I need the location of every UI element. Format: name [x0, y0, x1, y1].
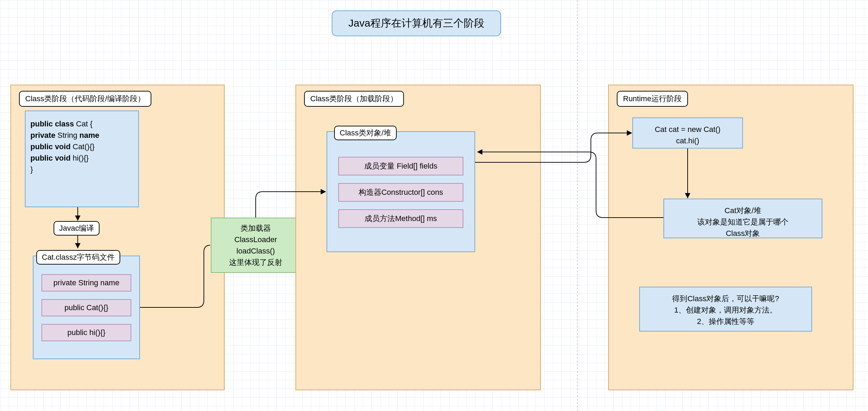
heap-l2: 该对象是知道它是属于哪个 — [668, 216, 818, 228]
note-l3: 2、操作属性等等 — [643, 316, 808, 327]
note-text: 得到Class对象后，可以干嘛呢? 1、创建对象，调用对象方法。 2、操作属性等… — [640, 287, 811, 333]
class-item-1-text: 构造器Constructor[] cons — [359, 188, 443, 197]
bytecode-item-0: private String name — [41, 274, 131, 291]
classloader-block: 类加载器 ClassLoader loadClass() 这里体现了反射 — [211, 218, 301, 273]
loader-l4: 这里体现了反射 — [211, 257, 300, 268]
diagram-title: Java程序在计算机有三个阶段 — [332, 10, 501, 36]
heap-block: Cat对象/堆 该对象是知道它是属于哪个 Class对象 — [663, 199, 822, 238]
note-l1: 得到Class对象后，可以干嘛呢? — [643, 293, 808, 304]
class-item-2: 成员方法Method[] ms — [338, 209, 463, 228]
runtime2: cat.hi() — [636, 135, 739, 146]
code-text: public class Cat { private String name p… — [26, 111, 138, 175]
bytecode-label: Cat.classz字节码文件 — [36, 250, 120, 265]
stage2-label-text: Class类阶段（加载阶段） — [310, 94, 398, 103]
bytecode-label-text: Cat.classz字节码文件 — [42, 253, 115, 261]
class-object-label: Class类对象/堆 — [334, 126, 397, 140]
loader-l3: loadClass() — [211, 245, 300, 257]
title-text: Java程序在计算机有三个阶段 — [348, 16, 484, 30]
class-object-block: Class类对象/堆 成员变量 Field[] fields 构造器Constr… — [327, 131, 475, 252]
class-item-1: 构造器Constructor[] cons — [338, 183, 463, 202]
class-item-0-text: 成员变量 Field[] fields — [364, 162, 437, 170]
loader-l1: 类加载器 — [211, 222, 300, 234]
heap-l3: Class对象 — [668, 228, 818, 239]
class-item-0: 成员变量 Field[] fields — [338, 157, 463, 175]
heap-text: Cat对象/堆 该对象是知道它是属于哪个 Class对象 — [664, 199, 822, 245]
runtime1: Cat cat = new Cat() — [636, 124, 739, 135]
class-object-label-text: Class类对象/堆 — [340, 128, 391, 137]
separator — [577, 0, 578, 411]
bytecode-item-0-text: private String name — [54, 278, 120, 287]
bytecode-item-1-text: public Cat(){} — [64, 303, 108, 312]
runtime-code-text: Cat cat = new Cat() cat.hi() — [633, 118, 742, 152]
note-block: 得到Class对象后，可以干嘛呢? 1、创建对象，调用对象方法。 2、操作属性等… — [639, 287, 812, 332]
bytecode-item-2: public hi(){} — [41, 324, 131, 341]
class-item-2-text: 成员方法Method[] ms — [365, 214, 437, 223]
stage-runtime-label: Runtime运行阶段 — [617, 91, 688, 107]
stage-load-label: Class类阶段（加载阶段） — [304, 91, 404, 107]
note-l2: 1、创建对象，调用对象方法。 — [643, 304, 808, 316]
bytecode-block: Cat.classz字节码文件 private String name publ… — [33, 256, 140, 359]
bytecode-item-2-text: public hi(){} — [67, 328, 105, 337]
heap-l1: Cat对象/堆 — [668, 205, 818, 216]
stage-compile-label: Class类阶段（代码阶段/编译阶段） — [19, 91, 151, 107]
bytecode-item-1: public Cat(){} — [41, 299, 131, 316]
code-block: public class Cat { private String name p… — [25, 111, 139, 207]
stage1-label-text: Class类阶段（代码阶段/编译阶段） — [25, 94, 145, 103]
javac-label: Javac编译 — [54, 221, 100, 236]
runtime-code-block: Cat cat = new Cat() cat.hi() — [632, 117, 743, 149]
javac-text: Javac编译 — [59, 224, 94, 232]
loader-l2: ClassLoader — [211, 234, 300, 245]
stage3-label-text: Runtime运行阶段 — [623, 94, 682, 103]
